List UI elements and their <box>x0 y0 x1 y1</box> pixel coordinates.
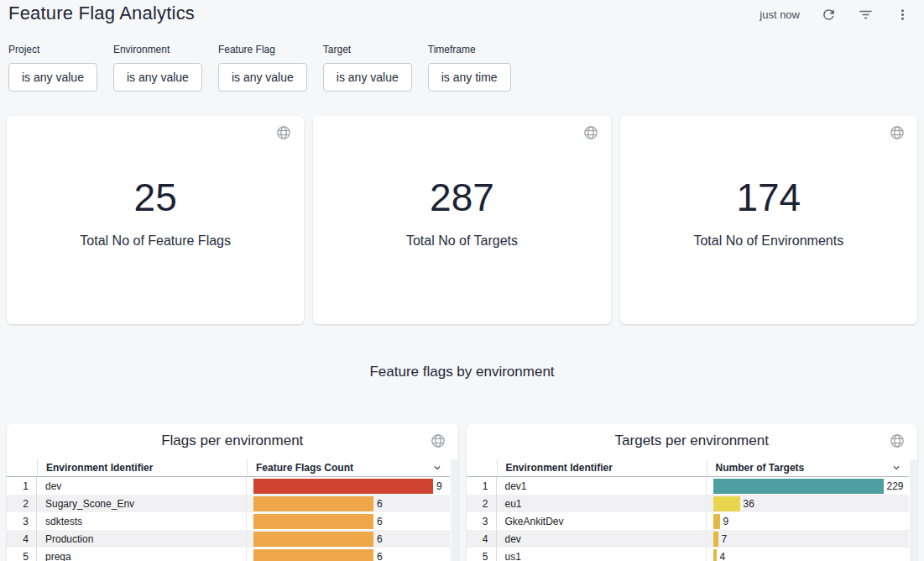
chevron-down-icon[interactable] <box>890 462 902 474</box>
filter-icon[interactable] <box>857 6 874 23</box>
count-value: 9 <box>436 480 442 492</box>
row-number-header <box>467 459 497 476</box>
count-cell: 6 <box>247 548 450 561</box>
globe-icon[interactable] <box>890 125 905 140</box>
environment-cell: Production <box>37 530 247 548</box>
table-row[interactable]: 5us14 <box>467 548 910 561</box>
count-cell: 6 <box>247 512 450 530</box>
row-number: 5 <box>467 548 497 561</box>
globe-icon[interactable] <box>431 433 446 448</box>
page-title: Feature Flag Analytics <box>8 3 195 24</box>
count-bar[interactable] <box>713 479 884 494</box>
count-cell: 9 <box>247 477 450 495</box>
count-bar[interactable] <box>253 514 373 529</box>
row-number: 2 <box>467 495 497 512</box>
filter-feature-flag: Feature Flag is any value <box>218 44 307 92</box>
globe-icon[interactable] <box>276 125 291 140</box>
count-value: 4 <box>720 551 726 561</box>
row-number: 4 <box>467 530 497 548</box>
filter-label: Target <box>323 44 412 55</box>
count-bar[interactable] <box>713 496 740 511</box>
targets-per-environment-card: Targets per environment Environment Iden… <box>467 424 918 561</box>
table-header-row: Environment Identifier Feature Flags Cou… <box>7 459 450 477</box>
kpi-row: 25 Total No of Feature Flags 287 Total N… <box>7 116 917 324</box>
globe-icon[interactable] <box>890 433 905 448</box>
count-value: 6 <box>377 551 383 561</box>
count-cell: 36 <box>707 495 910 512</box>
filter-label: Timeframe <box>428 44 511 55</box>
kpi-card-feature-flags: 25 Total No of Feature Flags <box>7 116 304 324</box>
environment-cell: us1 <box>497 548 707 561</box>
kpi-card-environments: 174 Total No of Environments <box>620 116 917 324</box>
table-row[interactable]: 3GkeAnkitDev9 <box>467 512 910 530</box>
filter-target: Target is any value <box>323 44 412 92</box>
table-scrollbar[interactable] <box>910 459 917 561</box>
filter-feature-flag-button[interactable]: is any value <box>218 63 307 92</box>
count-value: 6 <box>377 533 383 545</box>
kebab-menu-icon[interactable] <box>894 6 911 23</box>
count-bar[interactable] <box>713 532 718 547</box>
kpi-value: 174 <box>736 178 801 217</box>
count-cell: 6 <box>247 495 450 512</box>
column-header-label: Number of Targets <box>716 462 805 474</box>
count-value: 6 <box>377 516 383 527</box>
environment-cell: dev <box>37 477 247 495</box>
table: Environment Identifier Number of Targets… <box>467 459 910 561</box>
chevron-down-icon[interactable] <box>431 462 443 474</box>
row-number: 3 <box>7 512 37 530</box>
filter-timeframe-button[interactable]: is any time <box>428 63 511 92</box>
filter-label: Project <box>8 44 97 55</box>
count-bar[interactable] <box>253 549 373 561</box>
count-cell: 229 <box>707 477 910 495</box>
filter-environment-button[interactable]: is any value <box>113 63 202 92</box>
refresh-icon[interactable] <box>820 6 837 23</box>
table-row[interactable]: 2eu136 <box>467 495 910 512</box>
globe-icon[interactable] <box>583 125 598 140</box>
table-row[interactable]: 4Production6 <box>7 530 450 548</box>
environment-cell: GkeAnkitDev <box>497 512 707 530</box>
table-row[interactable]: 1dev9 <box>7 477 450 495</box>
count-bar[interactable] <box>713 549 717 561</box>
count-bar[interactable] <box>713 514 720 529</box>
table-header-row: Environment Identifier Number of Targets <box>467 459 910 477</box>
column-header-count[interactable]: Number of Targets <box>707 459 910 476</box>
count-value: 229 <box>887 480 904 492</box>
count-bar[interactable] <box>253 532 373 547</box>
filter-target-button[interactable]: is any value <box>323 63 412 92</box>
filter-environment: Environment is any value <box>113 44 202 92</box>
dashboard-page: { "header": { "title": "Feature Flag Ana… <box>0 0 924 561</box>
table-body: 1dev12292eu1363GkeAnkitDev94dev75us14 <box>467 477 910 561</box>
row-number: 4 <box>7 530 37 548</box>
filter-label: Feature Flag <box>218 44 307 55</box>
column-header-environment[interactable]: Environment Identifier <box>37 459 247 476</box>
environment-cell: dev1 <box>497 477 707 495</box>
count-bar[interactable] <box>253 479 433 494</box>
filter-project-button[interactable]: is any value <box>8 63 97 92</box>
table-row[interactable]: 2Sugary_Scone_Env6 <box>7 495 450 512</box>
column-header-count[interactable]: Feature Flags Count <box>247 459 450 476</box>
table: Environment Identifier Feature Flags Cou… <box>7 459 450 561</box>
count-value: 6 <box>377 498 383 510</box>
count-cell: 7 <box>707 530 910 548</box>
flags-per-environment-card: Flags per environment Environment Identi… <box>7 424 458 561</box>
last-refresh-time: just now <box>760 8 800 21</box>
table-row[interactable]: 3sdktests6 <box>7 512 450 530</box>
filter-label: Environment <box>113 44 202 55</box>
table-scrollbar[interactable] <box>451 459 458 561</box>
tables-row: Flags per environment Environment Identi… <box>7 424 917 561</box>
kpi-value: 25 <box>134 178 177 217</box>
row-number: 5 <box>7 548 37 561</box>
column-header-environment[interactable]: Environment Identifier <box>497 459 707 476</box>
table-row[interactable]: 4dev7 <box>467 530 910 548</box>
table-row[interactable]: 1dev1229 <box>467 477 910 495</box>
row-number: 3 <box>467 512 497 530</box>
environment-cell: dev <box>497 530 707 548</box>
row-number: 1 <box>7 477 37 495</box>
count-cell: 4 <box>707 548 910 561</box>
count-bar[interactable] <box>253 496 373 511</box>
page-header: Feature Flag Analytics just now <box>0 0 924 34</box>
filter-project: Project is any value <box>8 44 97 92</box>
row-number: 1 <box>467 477 497 495</box>
kpi-label: Total No of Environments <box>693 233 843 249</box>
table-row[interactable]: 5prega6 <box>7 548 450 561</box>
